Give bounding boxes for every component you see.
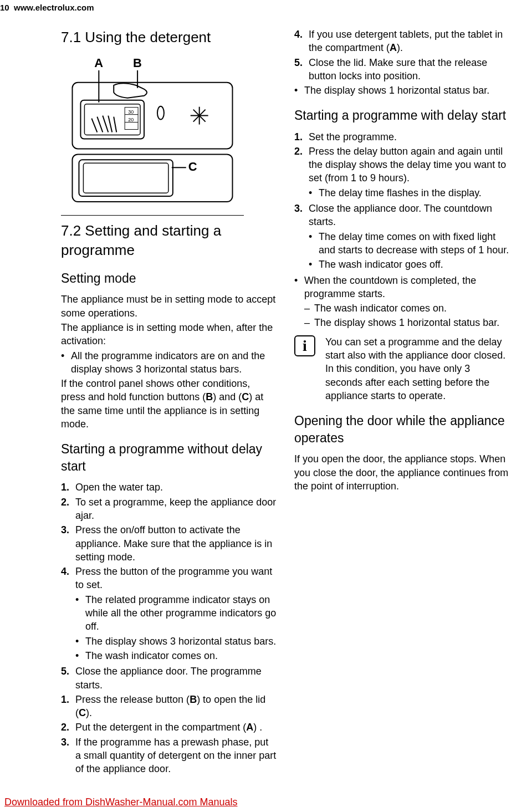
- heading-start-without-delay: Starting a programme without delay start: [61, 441, 277, 475]
- svg-rect-18: [73, 154, 233, 202]
- d-complete-d2: The display shows 1 horizontal status ba…: [314, 316, 510, 329]
- det-step5: Close the lid. Make sure that the releas…: [309, 56, 510, 83]
- step-num: 3.: [61, 523, 75, 564]
- opening-door-p1: If you open the door, the appliance stop…: [294, 452, 510, 493]
- wd-step1: Open the water tap.: [75, 481, 277, 494]
- bullet-icon: [294, 274, 304, 331]
- info-text: You can set a programme and the delay st…: [325, 335, 510, 402]
- d-step1: Set the programme.: [309, 130, 510, 144]
- info-box: i You can set a programme and the delay …: [294, 335, 510, 402]
- bullet-icon: [75, 593, 85, 634]
- detergent-dispenser-diagram: A B 30 20: [61, 55, 244, 216]
- diagram-label-c: C: [188, 160, 197, 173]
- step-num: 5.: [61, 665, 75, 692]
- svg-rect-19: [79, 160, 172, 196]
- d-step3: Close the appliance door. The countdown …: [309, 203, 492, 227]
- bullet-icon: [309, 186, 319, 200]
- svg-rect-3: [80, 100, 144, 139]
- d-step2-b1: The delay time flashes in the display.: [319, 186, 510, 200]
- diagram-scale-30: 30: [128, 109, 134, 115]
- svg-line-9: [114, 117, 116, 132]
- step-num: 2.: [61, 496, 75, 523]
- svg-rect-20: [83, 163, 168, 193]
- step-num: 1.: [294, 130, 309, 144]
- page-number: 10: [0, 3, 9, 12]
- bullet-icon: [309, 258, 319, 271]
- page-header: 10 www.electrolux.com: [0, 2, 94, 13]
- step-num: 3.: [61, 736, 75, 776]
- svg-line-6: [97, 117, 103, 132]
- step-num: 4.: [294, 28, 309, 55]
- heading-7-2: 7.2 Setting and starting a programme: [61, 221, 277, 260]
- diagram-label-b: B: [133, 56, 142, 70]
- bullet-icon: [75, 649, 85, 662]
- bullet-icon: [61, 349, 71, 376]
- bullet-icon: [294, 84, 304, 97]
- wd-step2: To set a programme, keep the appliance d…: [75, 496, 277, 523]
- svg-point-13: [157, 106, 164, 120]
- footer-download-link[interactable]: Downloaded from DishWasher-Manual.com Ma…: [4, 795, 238, 809]
- wd-step5: Close the appliance door. The programme …: [75, 666, 262, 690]
- wd-step4-b3: The wash indicator comes on.: [85, 649, 277, 662]
- svg-line-5: [91, 119, 97, 132]
- det-step3: If the programme has a prewash phase, pu…: [75, 736, 277, 776]
- d-complete: When the countdown is completed, the pro…: [304, 275, 476, 299]
- setting-mode-p3: If the control panel shows other conditi…: [61, 377, 277, 431]
- dash-icon: [304, 316, 314, 329]
- bullet-icon: [309, 230, 319, 257]
- det-step1: Press the release button (B) to open the…: [75, 693, 277, 720]
- setting-mode-p1: The appliance must be in setting mode to…: [61, 293, 277, 320]
- step-num: 1.: [61, 693, 75, 720]
- step-num: 4.: [61, 565, 75, 663]
- setting-mode-p2: The appliance is in setting mode when, a…: [61, 321, 277, 348]
- wd-step5-b1: The display shows 1 horizontal status ba…: [304, 84, 510, 97]
- diagram-label-a: A: [94, 56, 103, 70]
- det-step4: If you use detergent tablets, put the ta…: [309, 28, 510, 55]
- d-step3-b2: The wash indicator goes off.: [319, 258, 510, 271]
- step-num: 5.: [294, 56, 309, 83]
- dash-icon: [304, 302, 314, 315]
- step-num: 1.: [61, 481, 75, 494]
- wd-step4-b2: The display shows 3 horizontal status ba…: [85, 635, 277, 648]
- info-icon: i: [294, 335, 315, 356]
- svg-line-7: [103, 116, 108, 132]
- step-num: 3.: [294, 202, 309, 272]
- heading-start-with-delay: Starting a programme with delay start: [294, 107, 510, 124]
- header-url: www.electrolux.com: [14, 3, 94, 12]
- bullet-icon: [75, 635, 85, 648]
- diagram-scale-20: 20: [128, 117, 134, 122]
- heading-7-1: 7.1 Using the detergent: [61, 28, 277, 47]
- wd-step4: Press the button of the programme you wa…: [75, 566, 272, 590]
- page-content: 7.1 Using the detergent A B 30 20: [61, 28, 510, 790]
- d-complete-d1: The wash indicator comes on.: [314, 302, 510, 315]
- det-step2: Put the detergent in the compartment (A)…: [75, 721, 277, 734]
- setting-mode-bullet-1: All the programme indicators are on and …: [71, 349, 277, 376]
- d-step2: Press the delay button again and again u…: [309, 146, 506, 184]
- wd-step3: Press the on/off button to activate the …: [75, 523, 277, 564]
- wd-step4-b1: The related programme indicator stays on…: [85, 593, 277, 634]
- d-step3-b1: The delay time comes on with fixed light…: [319, 230, 510, 257]
- step-num: 2.: [294, 145, 309, 201]
- svg-line-8: [108, 116, 112, 132]
- step-num: 2.: [61, 721, 75, 734]
- heading-opening-door: Opening the door while the appliance ope…: [294, 412, 510, 447]
- heading-setting-mode: Setting mode: [61, 270, 277, 287]
